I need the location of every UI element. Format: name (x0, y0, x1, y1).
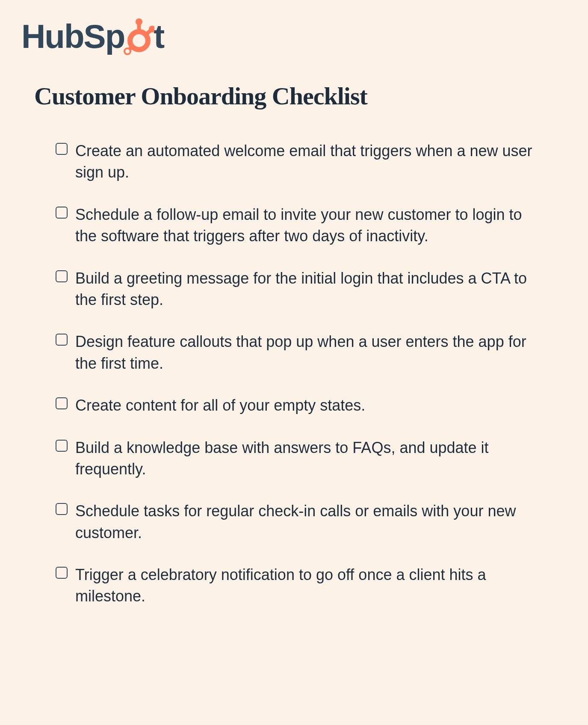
checklist-item-text: Create content for all of your empty sta… (75, 395, 365, 416)
logo-text-after: t (154, 17, 164, 56)
checklist-item-text: Design feature callouts that pop up when… (75, 331, 541, 374)
checklist-item: Create content for all of your empty sta… (56, 395, 541, 416)
logo-text: HubSp t (21, 17, 164, 56)
checklist-item: Build a knowledge base with answers to F… (56, 437, 541, 480)
checkbox[interactable] (56, 143, 68, 155)
checklist-item: Design feature callouts that pop up when… (56, 331, 541, 374)
checkbox[interactable] (56, 440, 68, 452)
checkbox[interactable] (56, 207, 68, 219)
checklist-item-text: Trigger a celebratory notification to go… (75, 564, 541, 607)
checklist-item: Schedule tasks for regular check-in call… (56, 500, 541, 544)
checkbox[interactable] (56, 567, 68, 579)
checklist-item-text: Schedule a follow-up email to invite you… (75, 204, 541, 247)
checklist-item: Trigger a celebratory notification to go… (56, 564, 541, 607)
svg-point-6 (124, 48, 130, 54)
checklist-item: Schedule a follow-up email to invite you… (56, 204, 541, 247)
logo-text-before: HubSp (21, 17, 124, 56)
checkbox[interactable] (56, 334, 68, 346)
checklist-item-text: Create an automated welcome email that t… (75, 140, 541, 183)
checklist-item: Create an automated welcome email that t… (56, 140, 541, 183)
checklist-item-text: Build a knowledge base with answers to F… (75, 437, 541, 480)
checkbox[interactable] (56, 270, 68, 282)
checkbox[interactable] (56, 397, 68, 409)
svg-point-2 (136, 18, 142, 25)
brand-logo: HubSp t (21, 17, 567, 56)
checklist-item-text: Schedule tasks for regular check-in call… (75, 500, 541, 544)
checklist-item-text: Build a greeting message for the initial… (75, 268, 541, 311)
page-title: Customer Onboarding Checklist (34, 82, 567, 110)
checklist: Create an automated welcome email that t… (56, 140, 541, 607)
checklist-item: Build a greeting message for the initial… (56, 268, 541, 311)
sprocket-icon (124, 18, 154, 56)
checkbox[interactable] (56, 503, 68, 515)
